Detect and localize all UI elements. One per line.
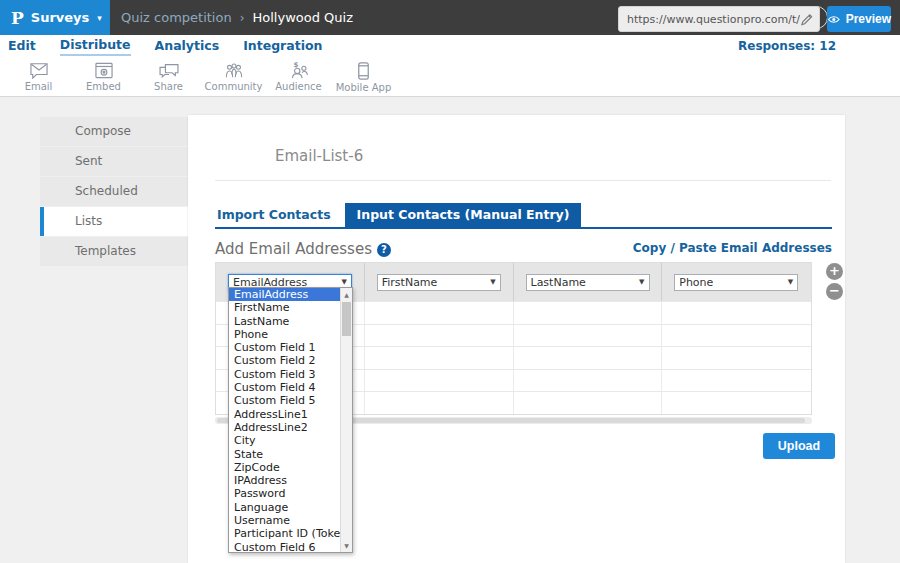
copy-paste-link[interactable]: Copy / Paste Email Addresses [633,241,832,255]
lists-panel: Email-List-6 Import Contacts Input Conta… [188,115,845,563]
nav-item-edit[interactable]: Edit [8,38,36,55]
dropdown-scrollbar-thumb[interactable] [342,302,351,336]
nav-item-analytics[interactable]: Analytics [155,38,220,55]
table-cell[interactable] [365,347,514,369]
tool-embed[interactable]: Embed [71,57,136,97]
preview-button[interactable]: Preview [827,6,891,32]
dropdown-option[interactable]: Custom Field 6 [229,541,340,552]
table-cell[interactable] [365,302,514,324]
mobile-app-icon [357,62,370,80]
chevron-down-icon: ▼ [490,278,499,286]
sidebar-item-templates[interactable]: Templates [40,237,188,266]
column-select-value: FirstName [382,276,438,289]
dropdown-option[interactable]: ZipCode [229,461,340,474]
field-dropdown: EmailAddressFirstNameLastNamePhoneCustom… [228,287,353,553]
breadcrumb-parent[interactable]: Quiz competition [121,10,232,25]
sidebar-item-lists[interactable]: Lists [40,207,188,236]
chevron-down-icon: ▾ [97,13,102,23]
table-cell[interactable] [514,347,663,369]
title-divider [215,180,831,181]
section-title: Add Email Addresses [215,240,372,258]
dropdown-option[interactable]: Phone [229,328,340,341]
tool-embed-label: Embed [86,81,121,92]
column-select-last-name[interactable]: LastName ▼ [526,274,650,291]
questionpro-app: P Surveys ▾ Quiz competition › Hollywood… [0,0,900,563]
tool-community[interactable]: Community [201,57,266,97]
tab-underline [215,227,832,229]
column-select-phone[interactable]: Phone ▼ [674,274,798,291]
surveys-label: Surveys [31,10,90,25]
edit-pencil-icon[interactable] [800,13,813,26]
table-cell[interactable] [662,370,811,392]
dropdown-option[interactable]: State [229,448,340,461]
dropdown-option[interactable]: City [229,434,340,447]
table-cell[interactable] [365,392,514,414]
add-row-button[interactable]: + [826,263,843,280]
dropdown-option[interactable]: Custom Field 5 [229,394,340,407]
survey-url-field[interactable]: https://www.questionpro.com/t/APNrFZ [618,6,820,32]
dropdown-option[interactable]: Custom Field 3 [229,368,340,381]
questionpro-logo-icon: P [11,8,24,28]
remove-row-button[interactable]: − [826,283,843,300]
tool-audience-label: Audience [275,81,321,92]
scroll-down-icon[interactable]: ▼ [341,539,352,552]
table-cell[interactable] [514,325,663,347]
dropdown-option[interactable]: FirstName [229,301,340,314]
survey-url-value: https://www.questionpro.com/t/APNrFZ [627,13,800,26]
column-select-first-name[interactable]: FirstName ▼ [377,274,501,291]
tool-mobile-app[interactable]: Mobile App [331,57,396,97]
table-cell[interactable] [365,370,514,392]
breadcrumb-current: Hollywood Quiz [252,10,352,25]
dropdown-option[interactable]: AddressLine1 [229,408,340,421]
dropdown-option[interactable]: EmailAddress [229,288,340,301]
preview-label: Preview [846,12,891,26]
chevron-down-icon: ▼ [639,278,648,286]
chevron-down-icon: ▼ [788,278,797,286]
dropdown-option[interactable]: Custom Field 1 [229,341,340,354]
dropdown-scrollbar[interactable]: ▲ ▼ [340,288,352,552]
table-cell[interactable] [662,325,811,347]
dropdown-option[interactable]: IPAddress [229,474,340,487]
table-cell[interactable] [514,370,663,392]
dropdown-option[interactable]: Language [229,501,340,514]
tool-community-label: Community [205,81,263,92]
table-cell[interactable] [662,302,811,324]
tool-audience[interactable]: $ Audience [266,57,331,97]
chevron-down-icon: ▼ [342,278,351,286]
tool-share[interactable]: Share [136,57,201,97]
tool-email[interactable]: Email [6,57,71,97]
table-cell[interactable] [514,302,663,324]
table-cell[interactable] [662,392,811,414]
contacts-tabs: Import Contacts Input Contacts (Manual E… [215,203,581,227]
dropdown-option[interactable]: Username [229,514,340,527]
breadcrumb-separator-icon: › [240,11,245,25]
dropdown-option[interactable]: Participant ID (Tokens) [229,527,340,540]
nav-item-distribute[interactable]: Distribute [60,37,131,56]
breadcrumb: Quiz competition › Hollywood Quiz [121,0,353,35]
scroll-up-icon[interactable]: ▲ [341,288,352,301]
table-cell[interactable] [365,325,514,347]
dropdown-option[interactable]: LastName [229,315,340,328]
table-cell[interactable] [514,392,663,414]
dropdown-option[interactable]: Password [229,487,340,500]
upload-button[interactable]: Upload [763,433,835,459]
help-icon[interactable]: ? [377,243,391,257]
dropdown-option[interactable]: Custom Field 4 [229,381,340,394]
dropdown-option[interactable]: Custom Field 2 [229,354,340,367]
page-title: Email-List-6 [275,147,363,165]
tab-import-contacts[interactable]: Import Contacts [215,203,345,227]
tool-email-label: Email [25,81,53,92]
table-cell[interactable] [662,347,811,369]
share-icon [158,62,180,79]
tab-input-contacts-manual[interactable]: Input Contacts (Manual Entry) [345,203,582,227]
sidebar-item-sent[interactable]: Sent [40,147,188,176]
distribute-toolbar: Email Embed Share Community $ Audience M… [0,57,900,97]
audience-icon: $ [288,62,310,79]
nav-item-integration[interactable]: Integration [243,38,322,55]
responses-count[interactable]: Responses: 12 [738,39,836,53]
main-nav: Edit Distribute Analytics Integration Re… [0,35,900,57]
surveys-menu-button[interactable]: P Surveys ▾ [0,0,110,35]
dropdown-option[interactable]: AddressLine2 [229,421,340,434]
sidebar-item-compose[interactable]: Compose [40,117,188,146]
sidebar-item-scheduled[interactable]: Scheduled [40,177,188,206]
